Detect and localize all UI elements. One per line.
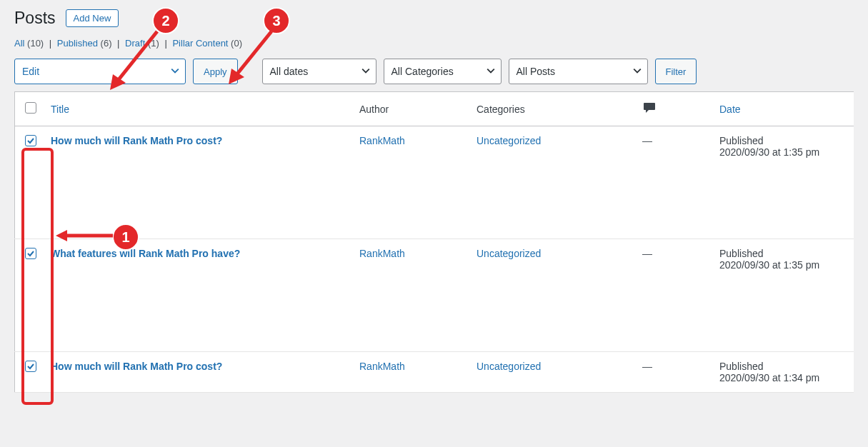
- column-comments[interactable]: [635, 92, 712, 126]
- post-comments: —: [635, 352, 712, 393]
- post-author-link[interactable]: RankMath: [359, 248, 405, 259]
- filter-published-label: Published: [57, 38, 98, 49]
- filter-all-link[interactable]: All (10): [14, 38, 44, 49]
- filter-button[interactable]: Filter: [655, 59, 697, 84]
- post-date: Published2020/09/30 at 1:35 pm: [712, 239, 854, 352]
- column-title[interactable]: Title: [44, 92, 352, 126]
- chevron-down-icon: [171, 66, 179, 77]
- table-row: How much will Rank Math Pro cost? RankMa…: [15, 126, 854, 239]
- post-category-link[interactable]: Uncategorized: [477, 248, 541, 259]
- table-row: What features will Rank Math Pro have? R…: [15, 239, 854, 352]
- post-title-link[interactable]: How much will Rank Math Pro cost?: [51, 361, 222, 372]
- filter-pillar-link[interactable]: Pillar Content (0): [172, 38, 242, 49]
- post-author-link[interactable]: RankMath: [359, 135, 405, 146]
- post-title-link[interactable]: How much will Rank Math Pro cost?: [51, 135, 222, 146]
- posts-filter-select[interactable]: All Posts: [509, 59, 648, 84]
- post-comments: —: [635, 126, 712, 239]
- row-checkbox[interactable]: [25, 248, 36, 259]
- column-author: Author: [352, 92, 469, 126]
- column-date[interactable]: Date: [712, 92, 854, 126]
- table-row: How much will Rank Math Pro cost? RankMa…: [15, 352, 854, 393]
- filter-draft-count: (1): [148, 38, 159, 49]
- filter-draft-link[interactable]: Draft (1): [125, 38, 159, 49]
- filter-all-count: (10): [27, 38, 44, 49]
- post-author-link[interactable]: RankMath: [359, 361, 405, 372]
- post-category-link[interactable]: Uncategorized: [477, 135, 541, 146]
- filter-published-link[interactable]: Published (6): [57, 38, 112, 49]
- comment-icon: [642, 101, 657, 115]
- filter-published-count: (6): [101, 38, 112, 49]
- page-title: Posts: [14, 9, 56, 28]
- post-date: Published2020/09/30 at 1:34 pm: [712, 352, 854, 393]
- bulk-action-select[interactable]: Edit: [14, 59, 186, 84]
- bulk-action-value: Edit: [22, 66, 39, 77]
- post-title-link[interactable]: What features will Rank Math Pro have?: [51, 248, 240, 259]
- chevron-down-icon: [361, 66, 370, 77]
- posts-table: Title Author Categories Date How much wi…: [14, 91, 854, 393]
- post-category-link[interactable]: Uncategorized: [477, 361, 541, 372]
- categories-filter-select[interactable]: All Categories: [384, 59, 502, 84]
- categories-filter-value: All Categories: [391, 66, 454, 77]
- chevron-down-icon: [633, 66, 642, 77]
- filter-pillar-count: (0): [231, 38, 242, 49]
- post-date: Published2020/09/30 at 1:35 pm: [712, 126, 854, 239]
- posts-filter-value: All Posts: [517, 66, 555, 77]
- filter-pillar-label: Pillar Content: [172, 38, 228, 49]
- post-comments: —: [635, 239, 712, 352]
- select-all-checkbox[interactable]: [25, 102, 36, 114]
- filter-all-label: All: [14, 38, 24, 49]
- status-filter-links: All (10) | Published (6) | Draft (1) | P…: [14, 38, 854, 49]
- chevron-down-icon: [487, 66, 495, 77]
- column-categories: Categories: [469, 92, 635, 126]
- row-checkbox[interactable]: [25, 135, 36, 146]
- dates-filter-value: All dates: [270, 66, 309, 77]
- add-new-button[interactable]: Add New: [66, 9, 119, 27]
- filter-draft-label: Draft: [125, 38, 145, 49]
- dates-filter-select[interactable]: All dates: [262, 59, 376, 84]
- apply-button[interactable]: Apply: [193, 59, 238, 84]
- row-checkbox[interactable]: [25, 361, 36, 372]
